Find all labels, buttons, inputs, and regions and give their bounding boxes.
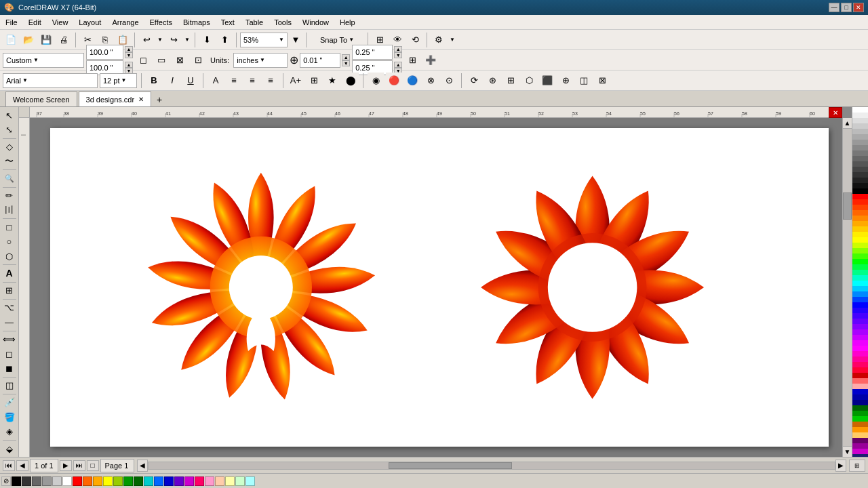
units-dropdown[interactable]: inches ▼: [233, 53, 288, 68]
dup-h-input[interactable]: 0.25 ": [352, 45, 393, 60]
palette-swatch[interactable]: [83, 476, 92, 486]
hscroll-thumb[interactable]: [389, 462, 512, 469]
text-options2[interactable]: ⊙: [441, 73, 457, 89]
effects-btn2[interactable]: ⊛: [484, 73, 500, 89]
palette-swatch[interactable]: [144, 476, 153, 486]
color-strip-swatch[interactable]: [852, 205, 868, 210]
text-wrap-button[interactable]: 🔴: [386, 73, 402, 89]
palette-swatch[interactable]: [245, 476, 255, 486]
smart-fill-tool[interactable]: ⬙: [1, 442, 18, 455]
color-strip-swatch[interactable]: [852, 302, 868, 308]
smart-draw-tool[interactable]: 〣: [1, 203, 18, 217]
palette-swatch[interactable]: [123, 476, 133, 486]
menu-window[interactable]: Window: [297, 15, 334, 29]
zoom-tool[interactable]: 🔍: [1, 171, 18, 185]
color-strip-swatch[interactable]: [852, 411, 868, 416]
color-strip-swatch[interactable]: [852, 432, 868, 438]
tweak-tool[interactable]: 〜: [1, 155, 18, 168]
palette-swatch[interactable]: [225, 476, 235, 486]
text-tool[interactable]: A: [1, 266, 18, 280]
color-strip-swatch[interactable]: [852, 422, 868, 427]
color-strip-swatch[interactable]: [852, 297, 868, 302]
text-char-button[interactable]: ★: [324, 73, 340, 89]
color-strip-swatch[interactable]: [852, 335, 868, 340]
align-left-button[interactable]: ≡: [226, 73, 242, 89]
font-name-dropdown[interactable]: Arial ▼: [3, 73, 98, 88]
color-strip-swatch[interactable]: [852, 416, 868, 422]
menu-edit[interactable]: Edit: [23, 15, 47, 29]
palette-swatch[interactable]: [205, 476, 214, 486]
view-btn3[interactable]: ⟲: [407, 32, 423, 48]
open-button[interactable]: 📂: [20, 32, 37, 48]
color-strip-swatch[interactable]: [852, 226, 868, 232]
palette-swatch[interactable]: [113, 476, 123, 486]
table-tool[interactable]: ⊞: [1, 284, 18, 298]
palette-swatch[interactable]: [195, 476, 204, 486]
nudge-spinner[interactable]: ▲ ▼: [342, 54, 350, 66]
text-frame-button[interactable]: ⊞: [306, 73, 322, 89]
underline-button[interactable]: U: [182, 73, 199, 89]
palette-swatch[interactable]: [215, 476, 224, 486]
close-button[interactable]: ✕: [853, 3, 864, 12]
palette-swatch[interactable]: [73, 476, 82, 486]
menu-help[interactable]: Help: [334, 15, 361, 29]
first-page-button[interactable]: ⏮: [3, 460, 15, 471]
close-canvas-button[interactable]: ✕: [829, 107, 842, 118]
zoom-options-button[interactable]: ▼: [289, 32, 302, 48]
effects-btn5[interactable]: ⬛: [539, 73, 555, 89]
color-strip-swatch[interactable]: [852, 123, 868, 129]
color-strip-swatch[interactable]: [852, 275, 868, 281]
color-strip-swatch[interactable]: [852, 373, 868, 378]
color-strip-swatch[interactable]: [852, 281, 868, 286]
effects-btn4[interactable]: ⬡: [521, 73, 537, 89]
font-size-dropdown[interactable]: 12 pt ▼: [100, 73, 137, 88]
text-size-up[interactable]: A+: [288, 73, 304, 89]
text-fit-button[interactable]: ◉: [368, 73, 384, 89]
effects-btn6[interactable]: ⊕: [557, 73, 574, 89]
palette-swatch[interactable]: [22, 476, 31, 486]
color-strip-swatch[interactable]: [852, 183, 868, 188]
export-button[interactable]: ⬆: [216, 32, 233, 48]
bold-button[interactable]: B: [146, 73, 162, 89]
subselect-tool[interactable]: ⤡: [1, 123, 18, 136]
vscroll-thumb[interactable]: [843, 192, 852, 220]
color-strip-swatch[interactable]: [852, 150, 868, 156]
color-strip-swatch[interactable]: [852, 324, 868, 329]
portrait-button[interactable]: ◻: [135, 52, 151, 68]
palette-swatch[interactable]: [174, 476, 184, 486]
align-center-button[interactable]: ≡: [244, 73, 260, 89]
zoom-fit-button[interactable]: ⊞: [849, 460, 865, 472]
nudge-input[interactable]: 0.01 ": [300, 53, 340, 68]
color-strip-swatch[interactable]: [852, 210, 868, 216]
palette-swatch[interactable]: [12, 476, 21, 486]
freehand-tool[interactable]: ✏: [1, 189, 18, 203]
color-strip-swatch[interactable]: [852, 248, 868, 253]
palette-swatch[interactable]: [134, 476, 143, 486]
color-strip-swatch[interactable]: [852, 449, 868, 454]
color-strip-swatch[interactable]: [852, 340, 868, 346]
palette-swatch[interactable]: [103, 476, 113, 486]
tab-close-icon[interactable]: ✕: [138, 96, 144, 103]
vscroll-down[interactable]: ▼: [843, 446, 852, 457]
color-strip-swatch[interactable]: [852, 384, 868, 389]
text-color-button[interactable]: A: [208, 73, 224, 89]
add-page-nav-button[interactable]: □: [87, 460, 99, 471]
text-para-button[interactable]: ⬤: [342, 73, 359, 89]
add-page-button[interactable]: ➕: [422, 52, 439, 68]
width-input[interactable]: 100.0 ": [86, 45, 123, 60]
menu-arrange[interactable]: Arrange: [106, 15, 144, 29]
bleed-button[interactable]: ⊡: [190, 52, 206, 68]
color-strip-swatch[interactable]: [852, 443, 868, 449]
no-fill-swatch[interactable]: ⊘: [1, 476, 11, 486]
connector-tool[interactable]: —: [1, 315, 18, 329]
palette-swatch[interactable]: [42, 476, 52, 486]
color-strip-swatch[interactable]: [852, 319, 868, 324]
new-button[interactable]: 📄: [3, 32, 19, 48]
color-strip-swatch[interactable]: [852, 107, 868, 113]
color-strip-swatch[interactable]: [852, 134, 868, 140]
color-strip-swatch[interactable]: [852, 270, 868, 275]
options-button[interactable]: ⚙: [431, 32, 447, 48]
color-strip-swatch[interactable]: [852, 129, 868, 134]
color-strip-swatch[interactable]: [852, 308, 868, 313]
palette-swatch[interactable]: [32, 476, 41, 486]
